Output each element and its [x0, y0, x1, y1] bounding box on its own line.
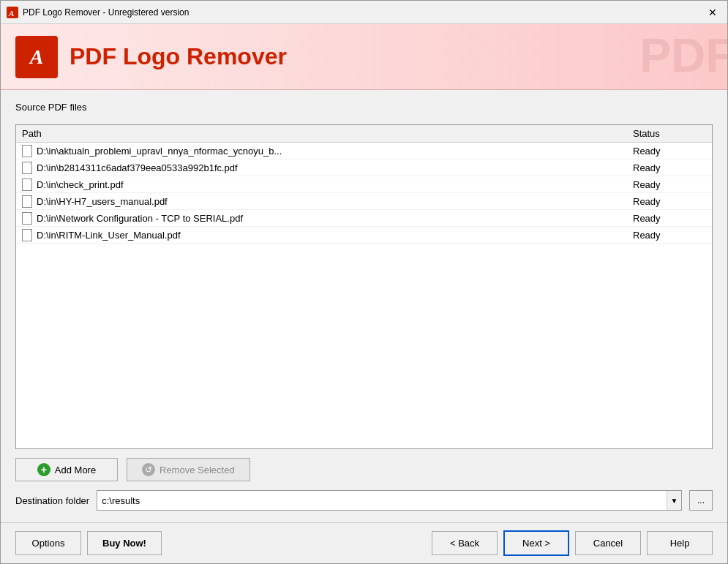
- cancel-button[interactable]: Cancel: [575, 531, 641, 555]
- help-button[interactable]: Help: [647, 531, 713, 555]
- title-bar: A PDF Logo Remover - Unregistered versio…: [1, 1, 727, 24]
- destination-label: Destination folder: [15, 495, 89, 506]
- remove-selected-button[interactable]: ↺ Remove Selected: [127, 458, 250, 481]
- table-row[interactable]: D:\in\aktualn_problemi_upravl_nnya_nform…: [16, 143, 712, 159]
- file-status: Ready: [633, 230, 706, 241]
- cancel-label: Cancel: [593, 538, 623, 549]
- destination-input[interactable]: [97, 494, 667, 508]
- table-row[interactable]: D:\in\RITM-Link_User_Manual.pdf Ready: [16, 227, 712, 244]
- options-label: Options: [32, 538, 65, 549]
- table-row[interactable]: D:\in\HY-H7_users_manual.pdf Ready: [16, 193, 712, 210]
- app-title: PDF Logo Remover: [70, 43, 287, 70]
- file-icon: [22, 229, 32, 241]
- file-icon: [22, 212, 32, 224]
- footer-buttons: Options Buy Now! < Back Next > Cancel He…: [1, 523, 727, 563]
- source-section-label: Source PDF files: [15, 102, 713, 113]
- table-row[interactable]: D:\in\check_print.pdf Ready: [16, 176, 712, 193]
- table-header: Path Status: [16, 125, 712, 143]
- browse-dots: ...: [697, 495, 705, 505]
- file-status: Ready: [633, 196, 706, 207]
- help-label: Help: [670, 538, 690, 549]
- header-banner: PDF A PDF Logo Remover: [1, 24, 727, 90]
- destination-browse-button[interactable]: ...: [689, 490, 713, 511]
- title-bar-left: A PDF Logo Remover - Unregistered versio…: [7, 7, 189, 18]
- main-window: A PDF Logo Remover - Unregistered versio…: [0, 0, 728, 564]
- table-row[interactable]: D:\in\b2814311c6adaf379eea0533a992b1fc.p…: [16, 159, 712, 176]
- file-path: D:\in\check_print.pdf: [37, 179, 633, 190]
- file-status: Ready: [633, 162, 706, 173]
- content-area: Source PDF files Path Status D:\in\aktua…: [1, 90, 727, 522]
- buy-now-label: Buy Now!: [102, 538, 146, 549]
- file-path: D:\in\Network Configuration - TCP to SER…: [37, 213, 633, 224]
- add-icon: +: [37, 463, 50, 476]
- file-status: Ready: [633, 179, 706, 190]
- file-icon: [22, 178, 32, 190]
- col-status-header: Status: [633, 128, 706, 139]
- file-icon: [22, 195, 32, 207]
- svg-text:A: A: [8, 9, 14, 18]
- destination-dropdown-button[interactable]: ▼: [667, 491, 681, 510]
- remove-selected-label: Remove Selected: [160, 465, 235, 475]
- file-action-buttons: + Add More ↺ Remove Selected: [15, 458, 713, 481]
- file-path: D:\in\RITM-Link_User_Manual.pdf: [37, 230, 633, 241]
- next-button[interactable]: Next >: [503, 530, 569, 556]
- back-button[interactable]: < Back: [432, 531, 498, 555]
- file-path: D:\in\HY-H7_users_manual.pdf: [37, 196, 633, 207]
- remove-icon: ↺: [142, 463, 155, 476]
- destination-input-container: ▼: [97, 490, 682, 511]
- file-table: Path Status D:\in\aktualn_problemi_uprav…: [15, 124, 713, 449]
- add-more-label: Add More: [55, 465, 96, 475]
- back-label: < Back: [450, 538, 479, 549]
- file-icon: [22, 162, 32, 173]
- file-status: Ready: [633, 213, 706, 224]
- app-logo: A: [15, 36, 58, 78]
- destination-row: Destination folder ▼ ...: [15, 490, 713, 511]
- title-bar-text: PDF Logo Remover - Unregistered version: [23, 7, 189, 18]
- add-more-button[interactable]: + Add More: [15, 458, 118, 481]
- file-path: D:\in\aktualn_problemi_upravl_nnya_nform…: [37, 146, 633, 157]
- file-status: Ready: [633, 146, 706, 157]
- table-body: D:\in\aktualn_problemi_upravl_nnya_nform…: [16, 143, 712, 448]
- col-path-header: Path: [22, 128, 633, 139]
- buy-now-button[interactable]: Buy Now!: [87, 531, 162, 555]
- bg-decoration: PDF: [639, 28, 727, 83]
- close-button[interactable]: ✕: [704, 4, 721, 21]
- app-icon: A: [7, 7, 18, 18]
- file-path: D:\in\b2814311c6adaf379eea0533a992b1fc.p…: [37, 162, 633, 173]
- next-label: Next >: [522, 538, 550, 549]
- options-button[interactable]: Options: [15, 531, 81, 555]
- file-icon: [22, 145, 32, 157]
- table-row[interactable]: D:\in\Network Configuration - TCP to SER…: [16, 210, 712, 227]
